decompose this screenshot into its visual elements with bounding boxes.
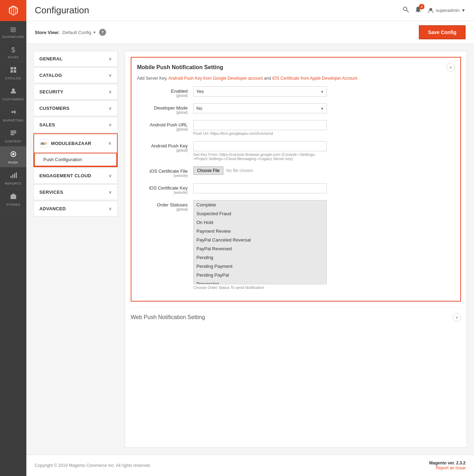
android-push-key-scope: [global] bbox=[137, 148, 188, 152]
sidebar: ⊞ DASHBOARD $ SALES CATALOG CUSTOMERS MA… bbox=[0, 0, 26, 476]
store-view-dropdown-arrow: ▼ bbox=[93, 31, 96, 34]
order-status-payment-review[interactable]: Payment Review bbox=[194, 227, 326, 236]
order-status-pending-payment[interactable]: Pending Payment bbox=[194, 262, 326, 271]
nav-section-modulebazaar-header[interactable]: mb MODULEBAZAAR ∧ bbox=[34, 134, 117, 152]
nav-section-security: SECURITY ∨ bbox=[33, 84, 118, 100]
report-issue-link[interactable]: Report an Issue bbox=[436, 465, 466, 470]
nav-section-sales: SALES ∨ bbox=[33, 117, 118, 133]
sidebar-item-catalog[interactable]: CATALOG bbox=[0, 62, 26, 83]
nav-section-engagement-cloud-header[interactable]: ENGAGEMENT CLOUD ∨ bbox=[34, 168, 117, 183]
order-status-complete[interactable]: Complete bbox=[194, 200, 326, 209]
svg-rect-3 bbox=[14, 70, 16, 73]
user-menu[interactable]: superadmin ▼ bbox=[427, 7, 466, 14]
order-status-processing[interactable]: Processing bbox=[194, 279, 326, 284]
ios-cert-file-row: iOS Certificate File [website] Choose Fi… bbox=[137, 166, 455, 178]
ios-cert-key-scope: [website] bbox=[137, 191, 188, 194]
enabled-field: Yes No bbox=[193, 86, 327, 97]
svg-rect-1 bbox=[14, 67, 16, 70]
search-icon[interactable] bbox=[403, 6, 409, 14]
ios-cert-file-scope: [website] bbox=[137, 174, 188, 178]
chevron-down-icon: ∨ bbox=[109, 190, 112, 195]
sidebar-item-customers[interactable]: CUSTOMERS bbox=[0, 83, 26, 104]
android-push-url-input[interactable] bbox=[193, 120, 327, 130]
android-push-key-hint: Get Key From: https://console.firebase.g… bbox=[193, 152, 327, 161]
nav-section-security-header[interactable]: SECURITY ∨ bbox=[34, 84, 117, 99]
store-view-value: Default Config bbox=[63, 30, 91, 35]
nav-section-customers-label: CUSTOMERS bbox=[39, 106, 70, 111]
nav-section-catalog: CATALOG ∨ bbox=[33, 67, 118, 83]
svg-rect-7 bbox=[11, 134, 14, 135]
ios-cert-key-field bbox=[193, 183, 327, 193]
sidebar-item-dashboard[interactable]: ⊞ DASHBOARD bbox=[0, 21, 26, 42]
copyright-text: Copyright © 2019 Magento Commerce Inc. A… bbox=[35, 463, 151, 468]
choose-file-button[interactable]: Choose File bbox=[193, 166, 223, 175]
web-push-collapse-button[interactable]: ∨ bbox=[453, 313, 461, 322]
sidebar-item-stores[interactable]: STORES bbox=[0, 189, 26, 210]
nav-section-general-label: GENERAL bbox=[39, 56, 63, 61]
developer-mode-field-row: Developer Mode [global] No Yes bbox=[137, 103, 455, 114]
ios-dev-link[interactable]: iOS Certificate from Apple Developer Acc… bbox=[272, 76, 357, 81]
nav-section-advanced: ADVANCED ∨ bbox=[33, 201, 118, 217]
nav-section-customers-header[interactable]: CUSTOMERS ∨ bbox=[34, 101, 117, 116]
svg-rect-11 bbox=[12, 174, 13, 178]
chevron-down-icon: ∨ bbox=[109, 173, 112, 178]
android-push-url-row: Android Push URL [global] Push Url: http… bbox=[137, 120, 455, 135]
android-push-key-input[interactable] bbox=[193, 141, 327, 151]
modulebazaar-sub-items: Push Configuration bbox=[34, 152, 117, 166]
order-status-pending[interactable]: Pending bbox=[194, 253, 326, 262]
save-config-button[interactable]: Save Config bbox=[419, 25, 466, 39]
enabled-select-wrapper: Yes No bbox=[193, 86, 327, 97]
sidebar-item-content[interactable]: CONTENT bbox=[0, 125, 26, 146]
nav-section-advanced-header[interactable]: ADVANCED ∨ bbox=[34, 201, 117, 216]
enabled-select[interactable]: Yes No bbox=[193, 86, 327, 97]
developer-mode-scope: [global] bbox=[137, 111, 188, 114]
sidebar-logo bbox=[0, 0, 26, 21]
svg-rect-2 bbox=[11, 70, 13, 73]
sidebar-item-label: STORES bbox=[6, 203, 20, 206]
web-push-section: Web Push Notification Setting ∨ bbox=[131, 307, 461, 322]
svg-rect-13 bbox=[16, 172, 17, 178]
svg-point-15 bbox=[403, 7, 407, 11]
developer-mode-select[interactable]: No Yes bbox=[193, 103, 327, 113]
android-push-url-scope: [global] bbox=[137, 127, 188, 131]
sidebar-item-sales[interactable]: $ SALES bbox=[0, 42, 26, 62]
nav-section-general-header[interactable]: GENERAL ∨ bbox=[34, 51, 117, 66]
order-status-list[interactable]: Complete Suspected Fraud On Hold Payment… bbox=[193, 200, 327, 284]
android-dev-link[interactable]: Android Push Key from Google Developer a… bbox=[168, 76, 263, 81]
collapse-button[interactable]: ∧ bbox=[446, 63, 455, 72]
order-statuses-scope: [global] bbox=[137, 207, 188, 211]
order-status-suspected-fraud[interactable]: Suspected Fraud bbox=[194, 209, 326, 218]
android-push-key-row: Android Push Key [global] Get Key From: … bbox=[137, 141, 455, 161]
help-icon[interactable]: ? bbox=[99, 29, 106, 36]
right-panel: Mobile Push Notification Setting ∧ Add S… bbox=[125, 51, 467, 448]
sidebar-item-label: SALES bbox=[8, 55, 19, 59]
order-status-on-hold[interactable]: On Hold bbox=[194, 218, 326, 227]
footer-right: Magento ver. 2.3.2 Report an Issue bbox=[429, 461, 466, 470]
mobile-push-section-header: Mobile Push Notification Setting ∧ bbox=[137, 63, 455, 72]
nav-section-services-label: SERVICES bbox=[39, 190, 63, 195]
store-view-select[interactable]: Default Config ▼ bbox=[63, 30, 96, 35]
order-status-paypal-reversed[interactable]: PayPal Reversed bbox=[194, 244, 326, 253]
sidebar-item-marketing[interactable]: MARKETING bbox=[0, 104, 26, 125]
order-status-pending-paypal[interactable]: Pending PayPal bbox=[194, 271, 326, 279]
notifications-button[interactable]: 2 bbox=[415, 6, 422, 15]
chevron-down-icon: ∨ bbox=[109, 123, 112, 127]
mobile-push-description: Add Server Key, Android Push Key from Go… bbox=[137, 76, 455, 81]
nav-sub-item-push-configuration[interactable]: Push Configuration bbox=[34, 153, 117, 166]
sales-icon: $ bbox=[11, 46, 15, 54]
ios-cert-key-input[interactable] bbox=[193, 183, 327, 193]
web-push-header[interactable]: Web Push Notification Setting ∨ bbox=[131, 313, 461, 322]
sidebar-item-label: REPORTS bbox=[5, 182, 21, 185]
sidebar-item-reports[interactable]: REPORTS bbox=[0, 167, 26, 189]
nav-section-services-header[interactable]: SERVICES ∨ bbox=[34, 185, 117, 200]
notification-badge: 2 bbox=[419, 4, 424, 9]
sidebar-item-push[interactable]: PUSH bbox=[0, 146, 26, 167]
main-content: Configuration 2 superadmin ▼ Store View:… bbox=[26, 0, 474, 476]
order-status-paypal-canceled-reversal[interactable]: PayPal Canceled Reversal bbox=[194, 236, 326, 244]
mobile-push-notification-section: Mobile Push Notification Setting ∧ Add S… bbox=[131, 57, 461, 302]
sidebar-item-label: PUSH bbox=[8, 161, 18, 164]
nav-section-modulebazaar-label: MODULEBAZAAR bbox=[51, 141, 91, 146]
nav-section-catalog-header[interactable]: CATALOG ∨ bbox=[34, 68, 117, 83]
nav-section-sales-header[interactable]: SALES ∨ bbox=[34, 117, 117, 132]
chevron-down-icon: ∨ bbox=[109, 73, 112, 78]
